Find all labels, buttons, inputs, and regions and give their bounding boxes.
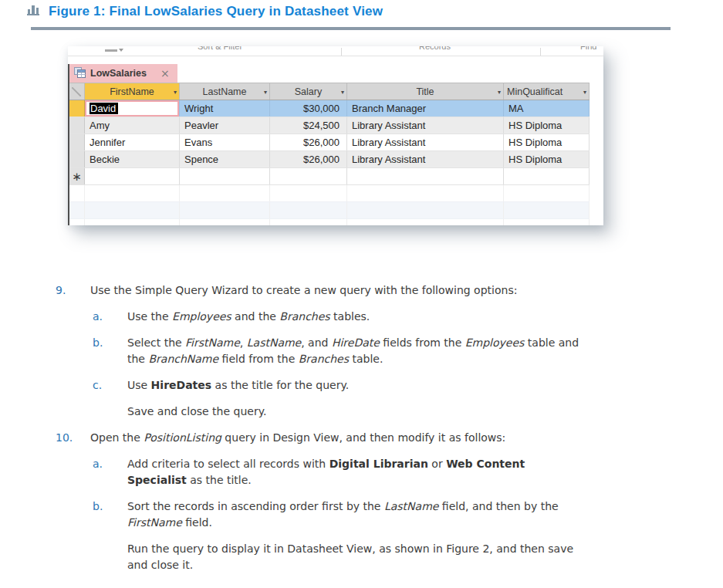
cell-title[interactable]: Library Assistant: [347, 117, 504, 133]
empty-cell: [270, 219, 347, 225]
chevron-down-icon[interactable]: ▾: [583, 88, 586, 95]
cell-empty[interactable]: [270, 168, 347, 184]
ribbon-separator: [341, 48, 342, 56]
ribbon-remnant: Sort & Filter Records Find: [68, 46, 603, 56]
cell-salary[interactable]: $24,500: [270, 117, 347, 133]
item-text: Select the FirstName, LastName, and Hire…: [127, 335, 673, 367]
column-header-label: MinQualificat: [507, 86, 563, 97]
empty-row: [69, 202, 590, 219]
cell-empty[interactable]: [504, 168, 590, 184]
empty-cell: [347, 185, 504, 201]
cell-firstname[interactable]: Amy: [85, 117, 180, 133]
ribbon-separator: [540, 48, 541, 56]
ribbon-group-find: Find: [580, 46, 596, 51]
cell-salary[interactable]: $26,000: [270, 151, 347, 167]
item-text: Use HireDates as the title for the query…: [127, 377, 673, 394]
chevron-down-icon[interactable]: ▾: [264, 88, 267, 95]
instruction-item: a.Add criteria to select all records wit…: [56, 456, 696, 488]
datasheet-header-row: FirstName ▾ LastName ▾ Salary ▾ Title ▾ …: [69, 83, 590, 100]
empty-row: [69, 219, 590, 225]
column-header-label: Salary: [295, 86, 322, 97]
chevron-down-icon[interactable]: ▾: [174, 88, 177, 95]
ribbon-icon-remnant: [105, 49, 117, 52]
empty-cell: [69, 185, 85, 201]
cell-salary[interactable]: $30,000: [270, 100, 347, 117]
new-record-icon[interactable]: ∗: [69, 168, 85, 184]
cell-firstname[interactable]: Jennifer: [85, 134, 180, 150]
new-record-row: ∗: [69, 168, 590, 185]
item-text: Use the Employees and the Branches table…: [127, 309, 673, 325]
cell-salary[interactable]: $26,000: [270, 134, 347, 150]
table-row: Beckie Spence $26,000 Library Assistant …: [69, 151, 590, 168]
tab-label: LowSalaries: [90, 68, 147, 79]
cell-lastname[interactable]: Wright: [180, 100, 270, 117]
selected-text: David: [90, 103, 118, 114]
empty-cell: [270, 202, 347, 218]
column-header-minqualification[interactable]: MinQualificat ▾: [504, 83, 590, 100]
instruction-item: c.Use HireDates as the title for the que…: [56, 377, 696, 394]
row-selector[interactable]: [69, 134, 85, 150]
empty-cell: [69, 219, 85, 225]
cell-lastname[interactable]: Spence: [180, 151, 270, 167]
empty-cell: [504, 202, 590, 218]
empty-cell: [85, 202, 180, 218]
item-text: Open the PositionListing query in Design…: [90, 430, 675, 446]
ribbon-gap: [68, 56, 603, 64]
cell-minqualification[interactable]: HS Diploma: [504, 134, 590, 150]
access-screenshot: Sort & Filter Records Find: [68, 46, 603, 225]
instruction-item: a.Use the Employees and the Branches tab…: [56, 309, 696, 325]
cell-lastname[interactable]: Evans: [180, 134, 270, 150]
table-row: Amy Peavler $24,500 Library Assistant HS…: [69, 117, 590, 134]
chevron-down-icon[interactable]: ▾: [341, 88, 344, 95]
row-selector[interactable]: [69, 100, 85, 117]
column-header-title[interactable]: Title ▾: [347, 83, 504, 100]
datasheet-window: LowSalaries × FirstName ▾ LastName ▾ Sal…: [68, 64, 603, 225]
figure-title: Figure 1: Final LowSalaries Query in Dat…: [49, 4, 383, 19]
column-header-salary[interactable]: Salary ▾: [270, 83, 347, 100]
instruction-item: 10.Open the PositionListing query in Des…: [56, 430, 696, 446]
instruction-paragraph: Save and close the query.: [56, 404, 696, 420]
empty-cell: [180, 202, 270, 218]
item-marker: c.: [93, 377, 127, 394]
figure-header: Figure 1: Final LowSalaries Query in Dat…: [25, 3, 383, 19]
cell-firstname[interactable]: David: [85, 100, 180, 117]
empty-cell: [180, 219, 270, 225]
item-marker: [93, 541, 127, 573]
tab-lowsalaries[interactable]: LowSalaries ×: [69, 64, 177, 83]
cell-minqualification[interactable]: MA: [504, 100, 590, 117]
instruction-item: 9.Use the Simple Query Wizard to create …: [56, 282, 696, 299]
page: Figure 1: Final LowSalaries Query in Dat…: [0, 0, 723, 588]
cell-firstname[interactable]: Beckie: [85, 151, 180, 167]
cell-minqualification[interactable]: HS Diploma: [504, 151, 590, 167]
cell-title[interactable]: Branch Manager: [347, 100, 504, 117]
column-header-firstname[interactable]: FirstName ▾: [85, 83, 180, 100]
column-header-label: LastName: [203, 86, 247, 97]
cell-minqualification[interactable]: HS Diploma: [504, 117, 590, 133]
item-text: Sort the records in ascending order firs…: [127, 498, 673, 531]
cell-lastname[interactable]: Peavler: [180, 117, 270, 133]
close-icon[interactable]: ×: [160, 68, 170, 79]
divider-rule: [31, 27, 671, 30]
instructions: 9.Use the Simple Query Wizard to create …: [56, 282, 696, 583]
item-text: Run the query to display it in Datasheet…: [127, 541, 673, 573]
cell-empty[interactable]: [85, 168, 180, 184]
column-header-lastname[interactable]: LastName ▾: [180, 83, 270, 100]
bar-chart-icon: [25, 3, 42, 19]
chevron-down-icon[interactable]: ▾: [498, 88, 501, 95]
datasheet-icon: [74, 66, 86, 81]
item-marker: a.: [93, 456, 127, 488]
item-marker: [93, 404, 127, 420]
cell-empty[interactable]: [180, 168, 270, 184]
row-selector[interactable]: [69, 117, 85, 133]
cell-title[interactable]: Library Assistant: [347, 134, 504, 150]
empty-cell: [347, 202, 504, 218]
row-selector[interactable]: [69, 151, 85, 167]
cell-title[interactable]: Library Assistant: [347, 151, 504, 167]
select-all-corner[interactable]: [69, 83, 85, 100]
empty-cell: [69, 202, 85, 218]
empty-row: [69, 185, 590, 202]
object-tab-bar: LowSalaries ×: [69, 64, 603, 83]
cell-empty[interactable]: [347, 168, 504, 184]
item-text: Add criteria to select all records with …: [127, 456, 673, 488]
item-marker: b.: [93, 335, 127, 367]
